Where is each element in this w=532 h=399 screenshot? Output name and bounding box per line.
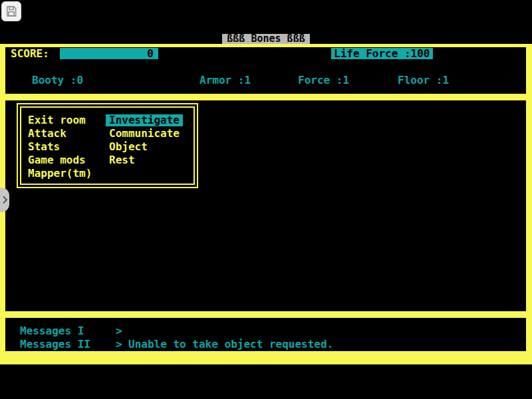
score-value: 0: [147, 47, 154, 60]
menu-item-mapper[interactable]: Mapper(tm): [25, 168, 95, 180]
messages-1-label: Messages I: [20, 325, 84, 336]
messages-1-prompt: >: [116, 325, 122, 336]
messages-2-text: Unable to take object requested.: [128, 338, 333, 350]
menu-item-stats[interactable]: Stats: [25, 141, 63, 153]
menu-item-investigate[interactable]: Investigate: [106, 114, 183, 126]
save-button[interactable]: [1, 1, 21, 21]
action-menu: Exit room Attack Stats Game mods Mapper(…: [17, 103, 198, 188]
stats-panel: SCORE: 0 Life Force :100 Booty :0 Armor …: [0, 44, 532, 97]
room-area: Exit room Attack Stats Game mods Mapper(…: [5, 100, 526, 311]
messages-panel: Messages I > Messages II > Unable to tak…: [0, 315, 532, 364]
menu-item-attack[interactable]: Attack: [25, 128, 70, 140]
messages-2-prompt: >: [116, 338, 122, 350]
life-force-badge: Life Force :100: [331, 48, 433, 59]
booty-stat: Booty :0: [32, 74, 83, 86]
chevron-right-icon: [2, 196, 8, 204]
game-screen: ßßß Bones ßßß SCORE: 0 Life Force :100 B…: [0, 0, 532, 399]
messages-2-label: Messages II: [20, 338, 90, 350]
sidebar-toggle-button[interactable]: [0, 188, 9, 212]
menu-item-object[interactable]: Object: [106, 141, 151, 153]
force-stat: Force :1: [298, 74, 349, 86]
title-bar: ßßß Bones ßßß: [0, 34, 532, 44]
menu-item-exit-room[interactable]: Exit room: [25, 114, 89, 126]
armor-stat: Armor :1: [200, 74, 251, 86]
menu-item-communicate[interactable]: Communicate: [106, 128, 183, 140]
game-title: ßßß Bones ßßß: [222, 34, 309, 44]
score-label: SCORE:: [11, 48, 49, 59]
score-bar: 0: [60, 48, 158, 59]
stats-area: SCORE: 0 Life Force :100 Booty :0 Armor …: [5, 47, 526, 94]
messages-area: Messages I > Messages II > Unable to tak…: [5, 318, 526, 351]
floppy-disk-icon: [5, 5, 18, 18]
floor-stat: Floor :1: [398, 74, 449, 86]
menu-item-rest[interactable]: Rest: [106, 154, 138, 166]
main-panel: Exit room Attack Stats Game mods Mapper(…: [0, 97, 532, 315]
menu-item-game-mods[interactable]: Game mods: [25, 154, 89, 166]
